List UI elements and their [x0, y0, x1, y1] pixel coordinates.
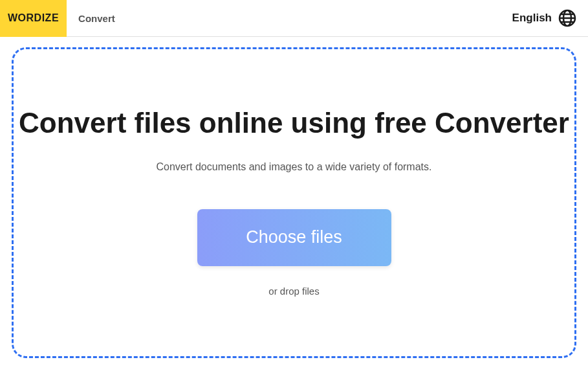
page-title: Convert files online using free Converte…	[19, 106, 569, 141]
logo[interactable]: WORDIZE	[0, 0, 67, 37]
language-label: English	[512, 12, 552, 25]
header: WORDIZE Convert English	[0, 0, 588, 37]
file-dropzone[interactable]: Convert files online using free Converte…	[12, 47, 576, 358]
page-subtitle: Convert documents and images to a wide v…	[157, 161, 432, 173]
nav-convert[interactable]: Convert	[67, 13, 127, 24]
main-content: Convert files online using free Converte…	[0, 37, 588, 368]
globe-icon	[558, 9, 576, 27]
language-selector[interactable]: English	[512, 9, 576, 27]
choose-files-button[interactable]: Choose files	[197, 209, 391, 266]
drop-files-text: or drop files	[268, 286, 319, 297]
